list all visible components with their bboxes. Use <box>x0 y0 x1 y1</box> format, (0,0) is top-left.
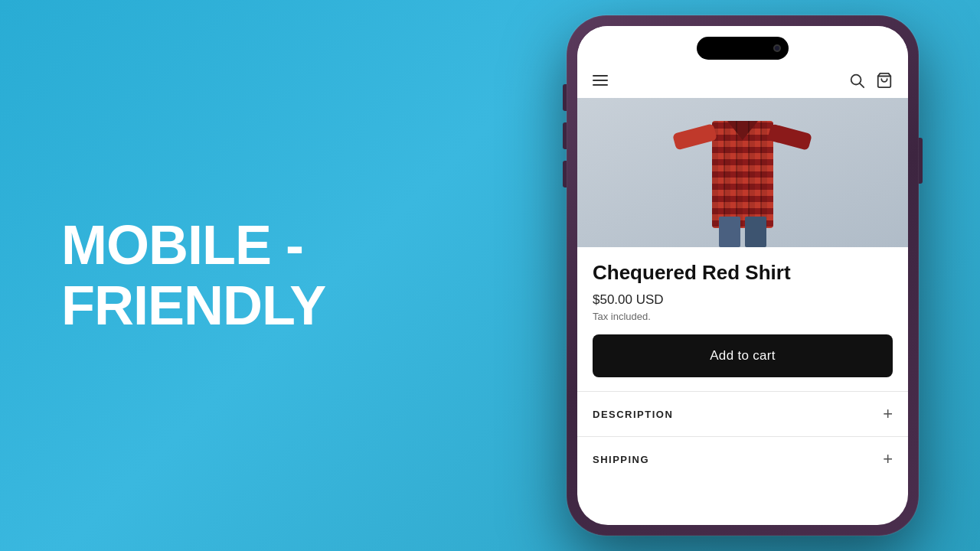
shirt-illustration <box>577 98 908 247</box>
tax-label: Tax included. <box>593 311 893 322</box>
hero-line2: FRIENDLY <box>61 276 325 336</box>
header-icon-group <box>848 72 893 89</box>
description-expand-icon: + <box>883 406 893 422</box>
menu-button[interactable] <box>593 75 608 86</box>
description-label: DESCRIPTION <box>593 409 673 420</box>
search-icon[interactable] <box>848 72 865 89</box>
camera-dot <box>773 44 781 52</box>
add-to-cart-button[interactable]: Add to cart <box>593 334 893 377</box>
shipping-label: SHIPPING <box>593 454 649 465</box>
product-info: Chequered Red Shirt $50.00 USD Tax inclu… <box>577 247 908 391</box>
svg-rect-8 <box>767 123 812 150</box>
svg-rect-15 <box>745 217 766 247</box>
phone-screen: Chequered Red Shirt $50.00 USD Tax inclu… <box>577 26 908 525</box>
shipping-accordion[interactable]: SHIPPING + <box>577 436 908 481</box>
product-price: $50.00 USD <box>593 292 893 308</box>
svg-rect-7 <box>672 123 717 150</box>
shipping-expand-icon: + <box>883 451 893 468</box>
phone-frame: Chequered Red Shirt $50.00 USD Tax inclu… <box>567 15 919 536</box>
product-title: Chequered Red Shirt <box>593 261 893 285</box>
dynamic-island <box>697 37 789 60</box>
svg-line-1 <box>860 83 864 87</box>
svg-rect-14 <box>719 217 740 247</box>
hero-line1: MOBILE - <box>61 215 325 276</box>
phone-mockup: Chequered Red Shirt $50.00 USD Tax inclu… <box>567 15 919 536</box>
cart-icon[interactable] <box>876 72 893 89</box>
product-image <box>577 98 908 247</box>
description-accordion[interactable]: DESCRIPTION + <box>577 391 908 436</box>
hero-headline: MOBILE - FRIENDLY <box>61 215 325 336</box>
